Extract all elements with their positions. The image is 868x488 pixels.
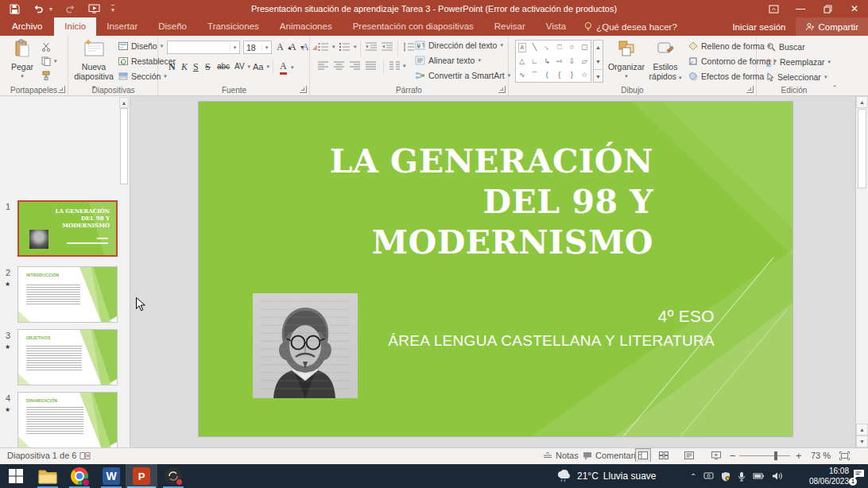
elbow-arrow-shape-icon[interactable]: ↳ [541,55,553,68]
view-normal-button[interactable] [635,448,651,463]
spell-check-icon[interactable] [79,448,91,463]
tab-revisar[interactable]: Revisar [484,17,536,36]
close-icon[interactable]: ✕ [841,0,868,17]
action-center-button[interactable]: 1 [849,464,868,488]
notes-button[interactable]: Notas [543,448,579,463]
tell-me-box[interactable]: ¿Qué desea hacer? [576,17,685,36]
minimize-icon[interactable]: — [787,0,814,17]
shapes-more-icon[interactable]: ▼ [594,69,603,84]
tab-insertar[interactable]: Insertar [96,17,148,36]
tab-transiciones[interactable]: Transiciones [197,17,269,36]
align-left-button[interactable] [318,61,328,70]
format-painter-button[interactable] [41,71,51,80]
view-sorter-button[interactable] [659,448,668,463]
curve-shape-icon[interactable]: ( [541,68,553,82]
align-center-button[interactable] [334,61,344,70]
view-reading-button[interactable] [684,448,694,463]
thumbnail-slide-1[interactable]: LA GENERACIÓN DEL 98 Y MODERNISMO [17,200,118,257]
font-size-combo[interactable]: 18 ▾ [243,41,272,54]
right-arrow-shape-icon[interactable]: ⇨ [553,55,566,68]
shapes-scroll-down-icon[interactable]: ▼ [594,55,603,69]
shapes-gallery[interactable]: A ╲ → □ ○ ▢ △ ∟ ↳ ⇨ ⇩ ▱ ∿ ⌒ ( { } ☆ [515,40,591,83]
italic-button[interactable]: K [181,61,188,73]
start-button[interactable] [0,464,32,488]
slide-editing-area[interactable]: LA GENERACIÓN DEL 98 Y MODERNISMO 4º ESO… [131,96,855,447]
slide-counter[interactable]: Diapositiva 1 de 6 [7,448,76,463]
font-name-combo[interactable]: ▾ [167,41,240,54]
select-button[interactable]: Seleccionar▾ [766,72,827,82]
character-spacing-button[interactable]: AV▾ [234,62,250,71]
tab-archivo[interactable]: Archivo [0,17,54,36]
tab-vista[interactable]: Vista [536,17,576,36]
tab-inicio[interactable]: Inicio [54,17,96,36]
font-color-button[interactable]: A [280,60,287,75]
slide-title[interactable]: LA GENERACIÓN DEL 98 Y MODERNISMO [330,141,653,263]
scrollbar-thumb[interactable] [858,109,866,188]
sign-in-button[interactable]: Iniciar sesión [723,22,795,32]
bold-button[interactable]: N [169,61,176,73]
quick-styles-button[interactable]: Estilos rápidos ▾ [647,39,684,83]
subscript-abc-button[interactable]: abc [217,62,230,71]
chevron-down-icon[interactable]: ▾ [230,45,239,51]
slide-subtitle[interactable]: 4º ESO ÁREA LENGUA CASTELLANA Y LITERATU… [388,304,715,353]
zoom-out-button[interactable]: − [730,448,736,463]
collapse-ribbon-icon[interactable]: ⌃ [831,84,838,92]
parallelogram-shape-icon[interactable]: ▱ [578,55,591,68]
arrange-button[interactable]: Organizar ▾ [607,39,645,81]
display-tray-icon[interactable] [703,472,714,481]
justify-button[interactable] [366,61,376,70]
brace-left-shape-icon[interactable]: { [553,68,566,82]
bullets-button[interactable]: ▾ [318,42,335,52]
underline-button[interactable]: S [193,61,199,73]
numbering-button[interactable]: ▾ [339,42,357,52]
share-button[interactable]: Compartir [796,17,868,36]
paste-button[interactable]: Pegar ▾ [6,39,38,81]
thumbnail-slide-4[interactable]: DINAMIZACIÓN [17,392,118,447]
new-slide-button[interactable]: Nueva diapositiva ▾ [72,39,115,92]
thumbnail-scrollbar[interactable]: ▲ [119,96,129,447]
find-button[interactable]: Buscar [766,42,805,52]
zoom-level[interactable]: 73 % [811,448,831,463]
text-direction-button[interactable]: Dirección del texto▾ [415,41,503,50]
thumbnail-slide-3[interactable]: OBJETIVOS [17,329,118,385]
clipboard-dialog-launcher[interactable] [58,86,65,93]
scroll-up-icon[interactable]: ▲ [856,96,868,108]
arc-shape-icon[interactable]: ⌒ [529,68,541,82]
change-case-button[interactable]: Aa▾ [253,62,269,72]
zoom-slider-track[interactable] [739,455,790,456]
align-text-button[interactable]: Alinear texto▾ [415,56,481,65]
down-arrow-shape-icon[interactable]: ⇩ [566,55,579,68]
scrollbar-thumb[interactable] [120,108,128,184]
vertical-scrollbar[interactable]: ▲ ▲ ▼ [855,96,868,447]
rounded-rect-shape-icon[interactable]: ▢ [578,41,591,55]
scroll-up-icon[interactable]: ▲ [119,97,129,108]
shapes-scroll-up-icon[interactable]: ▲ [594,41,603,55]
drawing-dialog-launcher[interactable] [746,86,754,93]
battery-tray-icon[interactable] [753,472,765,480]
convert-smartart-button[interactable]: Convertir a SmartArt▾ [415,71,510,80]
strikethrough-button[interactable]: S [205,61,211,73]
scribble-shape-icon[interactable]: ∿ [516,68,529,82]
volume-tray-icon[interactable] [772,471,782,481]
cut-button[interactable] [41,42,51,52]
textbox-shape-icon[interactable]: A [518,43,526,52]
paragraph-dialog-launcher[interactable] [498,86,506,93]
font-color-dropdown-icon[interactable]: ▾ [291,64,294,71]
star-shape-icon[interactable]: ☆ [578,68,591,82]
fit-slide-to-window-icon[interactable] [839,448,850,463]
ellipse-shape-icon[interactable]: ○ [566,41,579,55]
thumbnail-slide-2[interactable]: INTRODUCCIÓN [17,266,118,323]
tray-expand-icon[interactable]: ⌃ [690,472,696,481]
screen-recorder-taskbar-icon[interactable] [157,464,189,488]
quevedo-portrait-image[interactable] [253,293,358,398]
previous-slide-icon[interactable]: ▲ [856,424,868,436]
tab-diseno[interactable]: Diseño [148,17,197,36]
tab-presentacion[interactable]: Presentación con diapositivas [343,17,484,36]
align-right-button[interactable] [350,61,360,70]
shapes-gallery-scroll[interactable]: ▲ ▼ ▼ [593,40,603,83]
next-slide-icon[interactable]: ▼ [856,436,868,447]
font-dialog-launcher[interactable] [300,86,307,93]
slide-canvas[interactable]: LA GENERACIÓN DEL 98 Y MODERNISMO 4º ESO… [199,102,792,436]
powerpoint-taskbar-icon[interactable]: P [126,464,157,488]
triangle-shape-icon[interactable]: △ [516,55,529,68]
